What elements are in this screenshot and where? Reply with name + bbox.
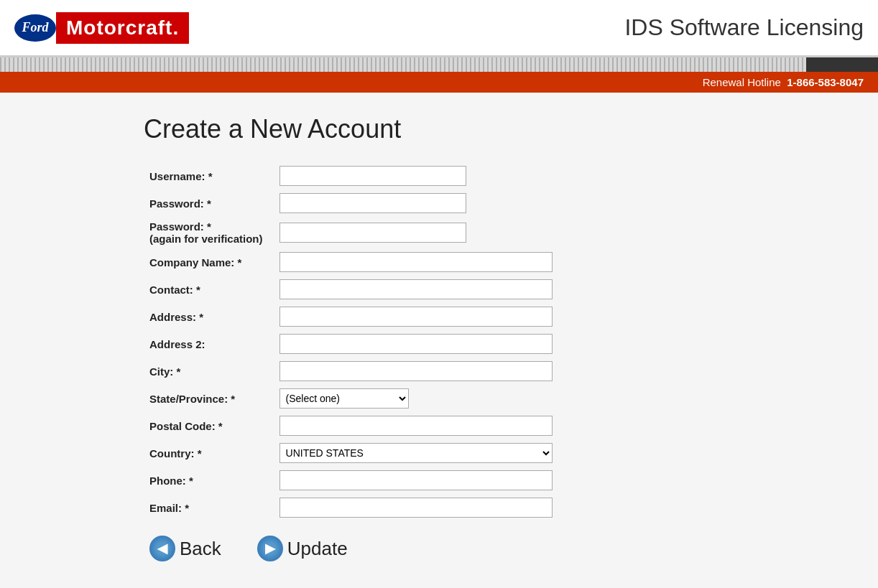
password-verify-label: Password: *(again for verification) [144, 217, 274, 248]
create-account-title: Create a New Account [144, 114, 849, 144]
company-row: Company Name: * [144, 248, 558, 276]
logo-area: Ford Motorcraft. [14, 12, 189, 44]
nav-bar [0, 57, 878, 72]
update-button[interactable]: ▶ Update [257, 536, 348, 561]
back-button[interactable]: ◀ Back [149, 536, 221, 561]
red-bar: Renewal Hotline 1-866-583-8047 [0, 72, 878, 93]
password-cell [274, 190, 558, 217]
address2-row: Address 2: [144, 330, 558, 358]
password-verify-row: Password: *(again for verification) [144, 217, 558, 248]
city-label: City: * [144, 358, 274, 385]
password-label: Password: * [144, 190, 274, 217]
address2-cell [274, 330, 558, 358]
ford-logo-text: Ford [22, 20, 48, 35]
phone-cell [274, 467, 558, 494]
postal-cell [274, 412, 558, 439]
address-input[interactable] [279, 307, 553, 327]
phone-row: Phone: * [144, 467, 558, 494]
contact-cell [274, 276, 558, 303]
country-label: Country: * [144, 439, 274, 467]
username-cell [274, 162, 558, 190]
email-cell [274, 494, 558, 521]
phone-input[interactable] [279, 470, 553, 490]
country-row: Country: * UNITED STATES CANADA MEXICO [144, 439, 558, 467]
postal-row: Postal Code: * [144, 412, 558, 439]
nav-bar-dark [806, 57, 878, 72]
username-label: Username: * [144, 162, 274, 190]
country-cell: UNITED STATES CANADA MEXICO [274, 439, 558, 467]
back-label: Back [180, 538, 221, 560]
company-label: Company Name: * [144, 248, 274, 276]
page-title-header: IDS Software Licensing [624, 14, 864, 41]
state-row: State/Province: * (Select one) AL AK AZ … [144, 385, 558, 412]
city-input[interactable] [279, 361, 553, 381]
city-row: City: * [144, 358, 558, 385]
header: Ford Motorcraft. IDS Software Licensing [0, 0, 878, 57]
motorcraft-logo: Motorcraft. [56, 12, 189, 44]
state-select[interactable]: (Select one) AL AK AZ CA CO FL GA NY TX [279, 388, 409, 409]
email-input[interactable] [279, 498, 553, 518]
company-cell [274, 248, 558, 276]
motorcraft-text: Motorcraft. [66, 17, 179, 39]
address2-label: Address 2: [144, 330, 274, 358]
city-cell [274, 358, 558, 385]
state-cell: (Select one) AL AK AZ CA CO FL GA NY TX [274, 385, 558, 412]
contact-label: Contact: * [144, 276, 274, 303]
username-input[interactable] [279, 166, 466, 186]
update-label: Update [287, 538, 348, 560]
buttons-area: ◀ Back ▶ Update [144, 536, 849, 561]
postal-input[interactable] [279, 416, 553, 436]
address-row: Address: * [144, 303, 558, 330]
back-icon: ◀ [149, 536, 175, 561]
postal-label: Postal Code: * [144, 412, 274, 439]
state-label: State/Province: * [144, 385, 274, 412]
password-input[interactable] [279, 193, 466, 213]
update-arrow-icon: ▶ [265, 541, 275, 556]
hotline-phone: 1-866-583-8047 [787, 76, 864, 88]
ford-logo: Ford [14, 14, 56, 42]
phone-label: Phone: * [144, 467, 274, 494]
username-row: Username: * [144, 162, 558, 190]
password-row: Password: * [144, 190, 558, 217]
back-arrow-icon: ◀ [157, 541, 167, 556]
address-cell [274, 303, 558, 330]
country-select[interactable]: UNITED STATES CANADA MEXICO [279, 443, 553, 463]
password-verify-input[interactable] [279, 223, 466, 243]
company-input[interactable] [279, 252, 553, 272]
contact-row: Contact: * [144, 276, 558, 303]
registration-form: Username: * Password: * Password: *(agai… [144, 162, 558, 521]
hotline-label: Renewal Hotline [703, 76, 781, 88]
email-label: Email: * [144, 494, 274, 521]
update-icon: ▶ [257, 536, 283, 561]
password-verify-cell [274, 217, 558, 248]
address-label: Address: * [144, 303, 274, 330]
contact-input[interactable] [279, 279, 553, 299]
email-row: Email: * [144, 494, 558, 521]
address2-input[interactable] [279, 334, 553, 354]
main-content: Create a New Account Username: * Passwor… [0, 93, 878, 588]
